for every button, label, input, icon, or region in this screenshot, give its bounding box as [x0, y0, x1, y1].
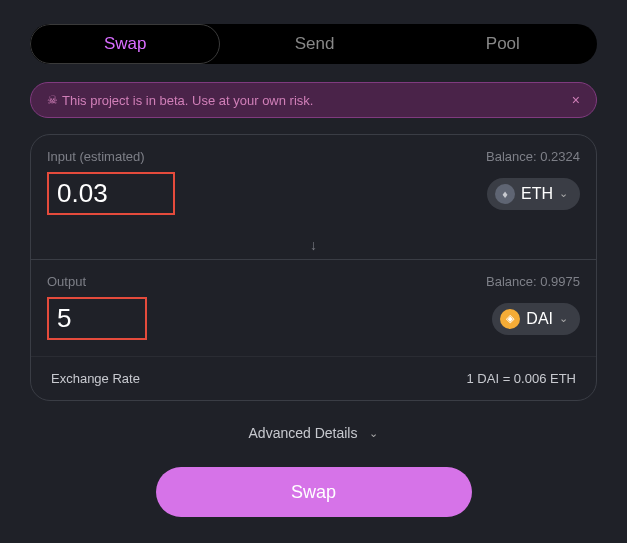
input-header: Input (estimated) Balance: 0.2324	[31, 135, 596, 164]
tab-pool[interactable]: Pool	[409, 24, 597, 64]
output-token-selector[interactable]: ◈ DAI ⌄	[492, 303, 580, 335]
output-highlight	[47, 297, 147, 340]
advanced-details-toggle[interactable]: Advanced Details ⌄	[30, 425, 597, 441]
tab-send[interactable]: Send	[220, 24, 408, 64]
input-row: ♦ ETH ⌄	[31, 164, 596, 231]
chevron-down-icon: ⌄	[369, 427, 378, 440]
rate-value: 1 DAI = 0.006 ETH	[467, 371, 576, 386]
output-row: ◈ DAI ⌄	[31, 289, 596, 356]
eth-icon: ♦	[495, 184, 515, 204]
rate-label: Exchange Rate	[51, 371, 140, 386]
dai-icon: ◈	[500, 309, 520, 329]
chevron-down-icon: ⌄	[559, 312, 568, 325]
beta-banner: ☠ This project is in beta. Use at your o…	[30, 82, 597, 118]
advanced-label: Advanced Details	[249, 425, 358, 441]
close-icon[interactable]: ×	[572, 92, 580, 108]
input-balance: Balance: 0.2324	[486, 149, 580, 164]
output-token-name: DAI	[526, 310, 553, 328]
skull-icon: ☠	[47, 93, 58, 107]
output-balance: Balance: 0.9975	[486, 274, 580, 289]
swap-panel: Input (estimated) Balance: 0.2324 ♦ ETH …	[30, 134, 597, 401]
swap-direction-arrow[interactable]: ↓	[31, 231, 596, 259]
input-amount[interactable]	[57, 174, 382, 213]
banner-text: This project is in beta. Use at your own…	[62, 93, 572, 108]
output-label: Output	[47, 274, 86, 289]
input-highlight	[47, 172, 175, 215]
input-token-selector[interactable]: ♦ ETH ⌄	[487, 178, 580, 210]
output-amount[interactable]	[57, 299, 382, 338]
tab-bar: Swap Send Pool	[30, 24, 597, 64]
input-token-name: ETH	[521, 185, 553, 203]
chevron-down-icon: ⌄	[559, 187, 568, 200]
input-label: Input (estimated)	[47, 149, 145, 164]
exchange-rate-row: Exchange Rate 1 DAI = 0.006 ETH	[31, 356, 596, 400]
tab-swap[interactable]: Swap	[30, 24, 220, 64]
output-header: Output Balance: 0.9975	[31, 260, 596, 289]
swap-button[interactable]: Swap	[156, 467, 472, 517]
